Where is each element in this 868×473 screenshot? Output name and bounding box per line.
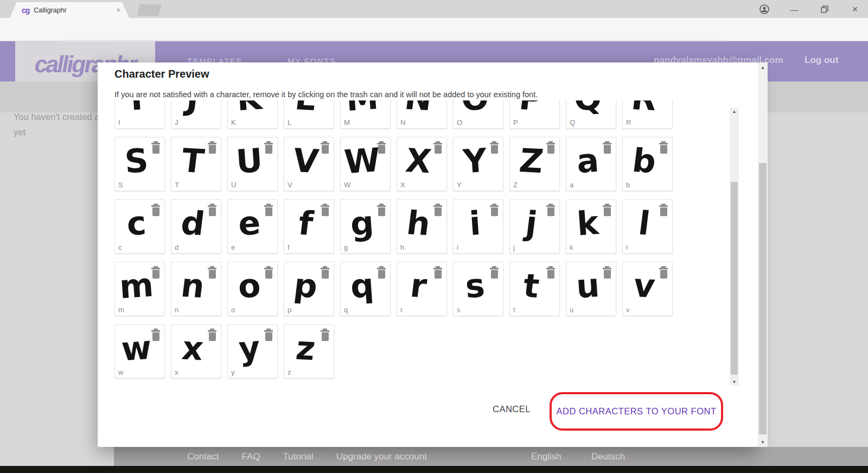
character-row: I I J J K K L L M M N N O (114, 100, 730, 129)
delete-character-trash-icon[interactable] (264, 141, 273, 154)
scroll-down-icon[interactable]: ▼ (758, 438, 768, 446)
delete-character-trash-icon[interactable] (151, 329, 161, 342)
restore-icon (821, 5, 828, 13)
restore-button[interactable] (816, 3, 833, 15)
character-card: J J (171, 100, 221, 129)
minimize-button[interactable]: — (786, 3, 802, 15)
delete-character-trash-icon[interactable] (264, 266, 273, 279)
character-label: v (626, 306, 630, 314)
footer-link-faq[interactable]: FAQ (242, 451, 260, 462)
delete-character-trash-icon[interactable] (489, 204, 499, 217)
delete-character-trash-icon[interactable] (264, 204, 273, 217)
character-card: I I (114, 100, 165, 129)
delete-character-trash-icon[interactable] (376, 141, 386, 154)
browser-tab-strip: cg Calligraphr × — × (0, 0, 868, 18)
character-card: j j (509, 199, 560, 254)
character-label: g (344, 243, 348, 251)
delete-character-trash-icon[interactable] (376, 266, 386, 279)
delete-character-trash-icon[interactable] (376, 204, 386, 217)
character-label: r (400, 306, 403, 314)
delete-character-trash-icon[interactable] (433, 204, 443, 217)
delete-character-trash-icon[interactable] (433, 266, 443, 279)
grid-scrollbar[interactable]: ▲ ▼ (730, 108, 739, 386)
browser-tab[interactable]: cg Calligraphr × (10, 2, 129, 18)
dialog-description: If you are not satisfied with a characte… (114, 90, 538, 99)
character-row: c c d d e e f f g g h h i (114, 199, 730, 254)
character-label: p (288, 306, 291, 314)
footer-lang-deutsch[interactable]: Deutsch (591, 451, 625, 462)
delete-character-trash-icon[interactable] (151, 204, 161, 217)
grid-scrollbar-thumb[interactable] (731, 182, 738, 375)
delete-character-trash-icon[interactable] (320, 204, 330, 217)
dialog-scrollbar-thumb[interactable] (759, 163, 767, 434)
delete-character-trash-icon[interactable] (207, 141, 217, 154)
footer-link-upgrade[interactable]: Upgrade your account (336, 451, 427, 462)
character-card: K K (227, 100, 278, 129)
character-card: i i (453, 199, 503, 254)
character-label: e (231, 243, 235, 251)
delete-character-trash-icon[interactable] (602, 266, 612, 279)
character-card: U U (227, 137, 278, 191)
delete-character-trash-icon[interactable] (264, 329, 273, 342)
character-label: c (118, 243, 122, 251)
delete-character-trash-icon[interactable] (207, 329, 217, 342)
calligraphr-favicon-icon: cg (22, 6, 29, 15)
character-card: P P (509, 100, 560, 129)
character-label: R (626, 118, 631, 127)
character-label: u (570, 306, 573, 314)
add-characters-button[interactable]: ADD CHARACTERS TO YOUR FONT (557, 406, 717, 417)
footer-link-tutorial[interactable]: Tutorial (283, 451, 314, 462)
logout-link[interactable]: Log out (805, 55, 838, 66)
character-label: t (513, 306, 515, 314)
delete-character-trash-icon[interactable] (546, 141, 556, 154)
character-label: l (626, 243, 628, 251)
dialog-scrollbar[interactable]: ▲ ▼ (758, 62, 768, 447)
delete-character-trash-icon[interactable] (602, 204, 612, 217)
scroll-up-icon[interactable]: ▲ (758, 64, 768, 71)
browser-profile-icon[interactable] (756, 3, 773, 15)
cancel-button[interactable]: CANCEL (493, 404, 531, 414)
footer-lang-english[interactable]: English (531, 451, 561, 462)
delete-character-trash-icon[interactable] (489, 141, 499, 154)
delete-character-trash-icon[interactable] (207, 204, 217, 217)
character-card: r r (397, 262, 447, 316)
delete-character-trash-icon[interactable] (320, 266, 330, 279)
character-label: w (118, 368, 123, 376)
delete-character-trash-icon[interactable] (659, 266, 668, 279)
character-card: m m (114, 262, 165, 316)
delete-character-trash-icon[interactable] (659, 141, 668, 154)
character-card: n n (171, 262, 221, 316)
delete-character-trash-icon[interactable] (320, 141, 330, 154)
character-row: m m n n o o p p q q r r s (114, 262, 730, 316)
character-glyph: I (114, 100, 159, 123)
character-label: z (288, 368, 291, 376)
character-label: k (570, 243, 573, 251)
annotation-highlight-ring: ADD CHARACTERS TO YOUR FONT (550, 392, 723, 431)
tab-close-icon[interactable]: × (116, 6, 120, 14)
person-icon (760, 4, 769, 14)
character-card: M M (340, 100, 391, 129)
delete-character-trash-icon[interactable] (207, 266, 217, 279)
character-card: x x (171, 324, 221, 379)
delete-character-trash-icon[interactable] (433, 141, 443, 154)
delete-character-trash-icon[interactable] (546, 204, 556, 217)
delete-character-trash-icon[interactable] (320, 329, 330, 342)
delete-character-trash-icon[interactable] (489, 266, 499, 279)
character-label: P (513, 118, 518, 127)
scroll-down-icon[interactable]: ▼ (730, 378, 739, 386)
footer-link-contact[interactable]: Contact (187, 451, 219, 462)
character-card: h h (397, 199, 447, 254)
delete-character-trash-icon[interactable] (659, 204, 668, 217)
character-card: k k (566, 199, 616, 254)
window-close-button[interactable]: × (847, 3, 863, 15)
new-tab-button[interactable] (137, 4, 162, 16)
site-footer: Contact FAQ Tutorial Upgrade your accoun… (114, 447, 868, 466)
delete-character-trash-icon[interactable] (151, 141, 161, 154)
character-label: j (513, 243, 515, 251)
scroll-up-icon[interactable]: ▲ (730, 108, 739, 115)
delete-character-trash-icon[interactable] (151, 266, 161, 279)
delete-character-trash-icon[interactable] (546, 266, 556, 279)
delete-character-trash-icon[interactable] (602, 141, 612, 154)
character-preview-dialog: Character Preview If you are not satisfi… (98, 62, 758, 447)
character-label: L (288, 118, 291, 127)
